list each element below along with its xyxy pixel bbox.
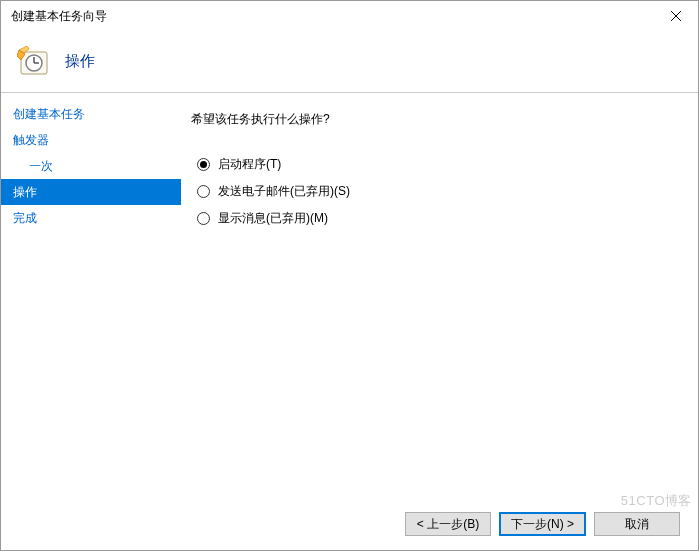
wizard-steps-sidebar: 创建基本任务触发器一次操作完成 — [1, 93, 181, 501]
radio-label: 显示消息(已弃用)(M) — [218, 210, 328, 227]
radio-label: 发送电子邮件(已弃用)(S) — [218, 183, 350, 200]
wizard-icon — [17, 46, 49, 78]
sidebar-step-3[interactable]: 操作 — [1, 179, 181, 205]
close-button[interactable] — [653, 1, 698, 31]
content-area: 创建基本任务触发器一次操作完成 希望该任务执行什么操作? 启动程序(T)发送电子… — [1, 93, 698, 501]
close-icon — [671, 11, 681, 21]
sidebar-step-1[interactable]: 触发器 — [1, 127, 181, 153]
back-button[interactable]: < 上一步(B) — [405, 512, 491, 536]
sidebar-step-0[interactable]: 创建基本任务 — [1, 101, 181, 127]
sidebar-step-4[interactable]: 完成 — [1, 205, 181, 231]
action-radio-group: 启动程序(T)发送电子邮件(已弃用)(S)显示消息(已弃用)(M) — [197, 156, 678, 227]
action-option-1[interactable]: 发送电子邮件(已弃用)(S) — [197, 183, 678, 200]
wizard-step-title: 操作 — [65, 52, 95, 71]
question-text: 希望该任务执行什么操作? — [191, 111, 678, 128]
title-bar: 创建基本任务向导 — [1, 1, 698, 31]
button-bar: < 上一步(B) 下一步(N) > 取消 — [405, 512, 680, 536]
sidebar-step-2[interactable]: 一次 — [1, 153, 181, 179]
wizard-header: 操作 — [1, 31, 698, 93]
radio-label: 启动程序(T) — [218, 156, 281, 173]
window-title: 创建基本任务向导 — [11, 8, 653, 25]
radio-icon — [197, 185, 210, 198]
action-option-0[interactable]: 启动程序(T) — [197, 156, 678, 173]
main-panel: 希望该任务执行什么操作? 启动程序(T)发送电子邮件(已弃用)(S)显示消息(已… — [181, 93, 698, 501]
radio-icon — [197, 212, 210, 225]
action-option-2[interactable]: 显示消息(已弃用)(M) — [197, 210, 678, 227]
radio-icon — [197, 158, 210, 171]
cancel-button[interactable]: 取消 — [594, 512, 680, 536]
next-button[interactable]: 下一步(N) > — [499, 512, 586, 536]
